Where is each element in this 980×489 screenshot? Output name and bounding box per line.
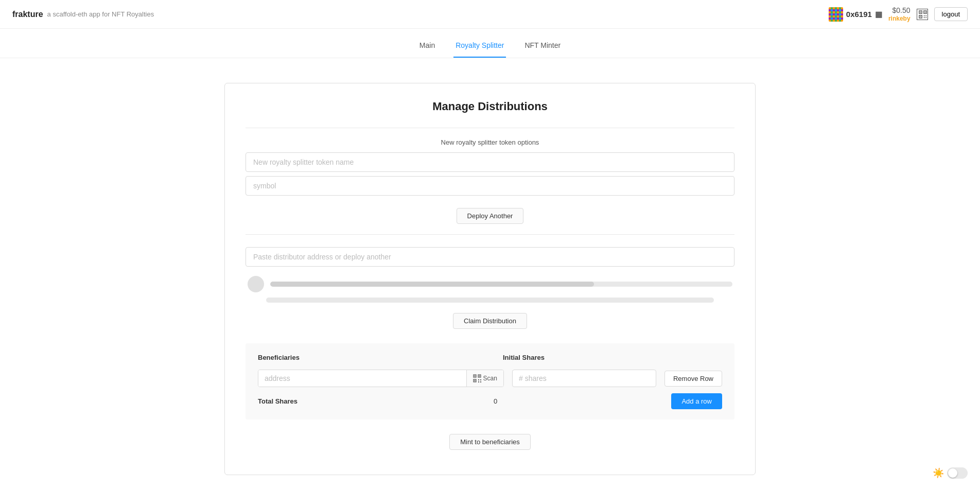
svg-rect-8	[923, 17, 924, 18]
network-badge: rinkeby	[888, 15, 911, 22]
loader-bar	[270, 282, 732, 287]
svg-rect-9	[925, 17, 926, 18]
initial-shares-col-header: Initial Shares	[503, 354, 647, 361]
theme-toggle-area: ☀️	[933, 467, 968, 479]
wallet-address-text: 0x6191	[846, 10, 872, 19]
token-options-section: New royalty splitter token options Deplo…	[246, 138, 734, 224]
page-title: Manage Distributions	[246, 100, 734, 113]
address-input[interactable]	[258, 370, 466, 387]
copy-address-icon[interactable]: ▦	[875, 10, 882, 19]
svg-rect-16	[478, 379, 479, 380]
svg-rect-19	[480, 381, 481, 382]
main-content: Manage Distributions New royalty splitte…	[212, 83, 768, 475]
total-shares-value: 0	[487, 393, 632, 409]
svg-rect-5	[920, 16, 921, 17]
qr-scan-icon	[473, 374, 481, 382]
logout-button[interactable]: logout	[934, 7, 968, 21]
manage-distributions-card: Manage Distributions New royalty splitte…	[224, 83, 756, 475]
distributor-address-input[interactable]	[246, 247, 734, 267]
beneficiaries-header: Beneficiaries Initial Shares	[258, 354, 722, 361]
symbol-input[interactable]	[246, 176, 734, 196]
balance-wrapper: $0.50 rinkeby	[888, 6, 911, 22]
sun-icon: ☀️	[933, 467, 944, 479]
avatar-circle	[248, 276, 264, 292]
token-name-input[interactable]	[246, 152, 734, 172]
beneficiary-row: Scan Remove Row	[258, 370, 722, 387]
app-subtitle: a scaffold-eth app for NFT Royalties	[47, 10, 154, 18]
token-options-label: New royalty splitter token options	[246, 138, 734, 146]
loader-bar-fill	[270, 282, 594, 287]
divider-2	[246, 234, 734, 235]
toggle-knob	[948, 468, 957, 478]
nav-item-main[interactable]: Main	[417, 37, 437, 58]
wallet-identicon	[829, 7, 843, 22]
deploy-another-button[interactable]: Deploy Another	[457, 208, 524, 224]
nav-item-royalty-splitter[interactable]: Royalty Splitter	[453, 37, 506, 58]
svg-rect-18	[478, 381, 479, 382]
app-name: frakture	[12, 10, 43, 19]
svg-rect-15	[474, 380, 475, 381]
svg-rect-6	[923, 15, 924, 16]
svg-rect-13	[479, 376, 480, 377]
beneficiaries-section: Beneficiaries Initial Shares	[246, 343, 734, 420]
claim-distribution-button[interactable]: Claim Distribution	[453, 313, 527, 329]
header-left: frakture a scaffold-eth app for NFT Roya…	[12, 10, 154, 19]
total-shares-label: Total Shares	[258, 397, 479, 405]
theme-toggle[interactable]	[947, 467, 968, 479]
distributor-section: Claim Distribution	[246, 247, 734, 329]
secondary-loader	[266, 298, 714, 303]
wallet-balance: $0.50	[892, 6, 911, 14]
header-right: 0x6191 ▦ $0.50 rinkeby logout	[829, 6, 968, 22]
beneficiaries-col-header: Beneficiaries	[258, 354, 495, 361]
address-input-wrapper: Scan	[258, 370, 504, 387]
svg-rect-17	[480, 379, 481, 380]
qr-icon[interactable]	[917, 9, 928, 20]
mint-button[interactable]: Mint to beneficiaries	[449, 434, 531, 450]
remove-row-button[interactable]: Remove Row	[664, 371, 722, 387]
svg-rect-3	[924, 11, 925, 12]
main-nav: Main Royalty Splitter NFT Minter	[0, 29, 980, 58]
divider-1	[246, 128, 734, 128]
total-shares-row: Total Shares 0 Add a row	[258, 393, 722, 409]
scan-button[interactable]: Scan	[466, 370, 503, 387]
svg-rect-1	[920, 11, 921, 12]
shares-input[interactable]	[512, 370, 656, 387]
qr-svg	[918, 10, 927, 19]
nav-item-nft-minter[interactable]: NFT Minter	[522, 37, 563, 58]
add-row-button[interactable]: Add a row	[671, 393, 722, 409]
svg-rect-11	[474, 376, 475, 377]
wallet-address-display: 0x6191 ▦	[829, 7, 882, 22]
svg-rect-7	[925, 15, 926, 16]
address-loader-row	[246, 276, 734, 292]
scan-label: Scan	[483, 375, 497, 382]
